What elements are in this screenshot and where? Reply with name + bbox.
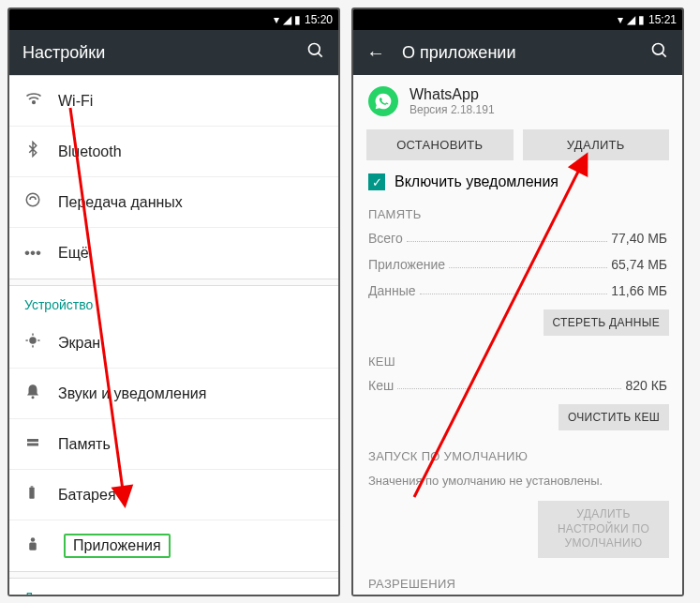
wifi-icon: ▾	[618, 13, 623, 26]
data-size-value: 11,66 МБ	[611, 283, 667, 298]
svg-point-9	[32, 396, 35, 399]
svg-point-4	[29, 337, 37, 344]
app-size-label: Приложение	[368, 257, 445, 272]
cache-label: Кеш	[368, 378, 394, 393]
svg-rect-13	[31, 486, 34, 487]
storage-row[interactable]: Память	[9, 419, 338, 470]
memory-section-header: ПАМЯТЬ	[353, 198, 682, 225]
svg-rect-12	[29, 488, 34, 499]
back-icon[interactable]: ←	[366, 42, 385, 64]
more-label: Ещё	[58, 245, 323, 262]
data-label: Передача данных	[58, 194, 323, 211]
checkbox-icon: ✓	[368, 173, 385, 190]
search-icon[interactable]	[306, 41, 325, 65]
display-row[interactable]: Экран	[9, 318, 338, 369]
notifications-checkbox-row[interactable]: ✓ Включить уведомления	[353, 166, 682, 198]
sound-row[interactable]: Звуки и уведомления	[9, 369, 338, 419]
battery-icon: ▮	[638, 13, 645, 26]
signal-icon: ◢	[283, 13, 290, 26]
data-size-label: Данные	[368, 283, 416, 298]
wifi-label: Wi-Fi	[58, 93, 323, 110]
display-label: Экран	[58, 335, 323, 352]
bluetooth-label: Bluetooth	[58, 143, 323, 160]
personal-section-header: Личные данные	[9, 579, 338, 595]
svg-point-2	[33, 101, 36, 104]
svg-point-17	[653, 43, 664, 54]
svg-point-14	[31, 537, 36, 542]
cache-value: 820 КБ	[625, 378, 667, 393]
launch-section-header: ЗАПУСК ПО УМОЛЧАНИЮ	[353, 440, 682, 467]
search-icon[interactable]	[650, 41, 669, 65]
notifications-label: Включить уведомления	[395, 173, 559, 190]
svg-line-18	[663, 53, 666, 56]
app-info-content[interactable]: WhatsApp Версия 2.18.191 ОСТАНОВИТЬ УДАЛ…	[353, 75, 682, 595]
battery-icon: ▮	[294, 13, 301, 26]
bluetooth-icon	[24, 141, 58, 162]
clear-defaults-button: УДАЛИТЬ НАСТРОЙКИ ПО УМОЛЧАНИЮ	[538, 501, 669, 558]
clock: 15:21	[648, 13, 677, 26]
storage-label: Память	[58, 436, 323, 453]
apps-label: Приложения	[73, 537, 161, 553]
svg-rect-15	[29, 542, 37, 550]
storage-icon	[24, 433, 58, 455]
data-usage-row[interactable]: Передача данных	[9, 177, 338, 228]
launch-note: Значения по умолчанию не установлены.	[353, 467, 682, 495]
wifi-row[interactable]: Wi-Fi	[9, 76, 338, 127]
svg-rect-11	[27, 444, 38, 446]
svg-point-3	[26, 193, 39, 206]
settings-screen: ▾ ◢ ▮ 15:20 Настройки Wi-Fi Bluetooth	[7, 8, 340, 596]
app-size-value: 65,74 МБ	[611, 257, 667, 272]
device-section-header: Устройство	[9, 286, 338, 318]
display-icon	[24, 332, 58, 354]
total-label: Всего	[368, 231, 403, 246]
page-title: Настройки	[22, 43, 290, 63]
apps-row[interactable]: Приложения	[9, 520, 338, 571]
settings-list[interactable]: Wi-Fi Bluetooth Передача данных ••• Ещё …	[9, 75, 338, 595]
signal-icon: ◢	[627, 13, 634, 26]
whatsapp-icon	[368, 86, 398, 116]
data-icon	[24, 191, 58, 213]
app-bar: ← О приложении	[353, 30, 682, 75]
svg-point-0	[309, 43, 320, 54]
page-title: О приложении	[402, 43, 633, 63]
bell-icon	[24, 383, 58, 404]
svg-line-1	[319, 53, 322, 56]
app-info-screen: ▾ ◢ ▮ 15:21 ← О приложении WhatsApp Верс…	[351, 8, 684, 596]
battery-row[interactable]: Батарея	[9, 470, 338, 520]
total-value: 77,40 МБ	[611, 231, 667, 246]
status-bar: ▾ ◢ ▮ 15:21	[353, 9, 682, 30]
permissions-section-header: РАЗРЕШЕНИЯ	[353, 567, 682, 595]
data-size-row: Данные 11,66 МБ	[353, 278, 682, 304]
sound-label: Звуки и уведомления	[58, 385, 323, 402]
battery-label: Батарея	[58, 487, 323, 504]
app-size-row: Приложение 65,74 МБ	[353, 251, 682, 278]
wifi-icon: ▾	[274, 13, 279, 26]
clock: 15:20	[305, 13, 333, 26]
apps-icon	[24, 535, 58, 557]
total-row: Всего 77,40 МБ	[353, 225, 682, 251]
apps-highlight: Приложения	[64, 534, 171, 558]
battery-icon	[24, 484, 58, 505]
more-row[interactable]: ••• Ещё	[9, 228, 338, 279]
app-header: WhatsApp Версия 2.18.191	[353, 75, 682, 124]
more-icon: •••	[24, 244, 58, 263]
app-name: WhatsApp	[410, 86, 495, 103]
wifi-icon	[24, 89, 58, 113]
uninstall-button[interactable]: УДАЛИТЬ	[523, 129, 670, 160]
clear-data-button[interactable]: СТЕРЕТЬ ДАННЫЕ	[544, 309, 669, 336]
app-bar: Настройки	[9, 30, 338, 75]
stop-button[interactable]: ОСТАНОВИТЬ	[366, 129, 514, 160]
svg-rect-10	[27, 439, 38, 442]
cache-section-header: КЕШ	[353, 345, 682, 372]
app-version: Версия 2.18.191	[410, 103, 495, 116]
cache-row: Кеш 820 КБ	[353, 372, 682, 399]
status-bar: ▾ ◢ ▮ 15:20	[9, 9, 338, 30]
bluetooth-row[interactable]: Bluetooth	[9, 127, 338, 177]
clear-cache-button[interactable]: ОЧИСТИТЬ КЕШ	[559, 404, 669, 430]
